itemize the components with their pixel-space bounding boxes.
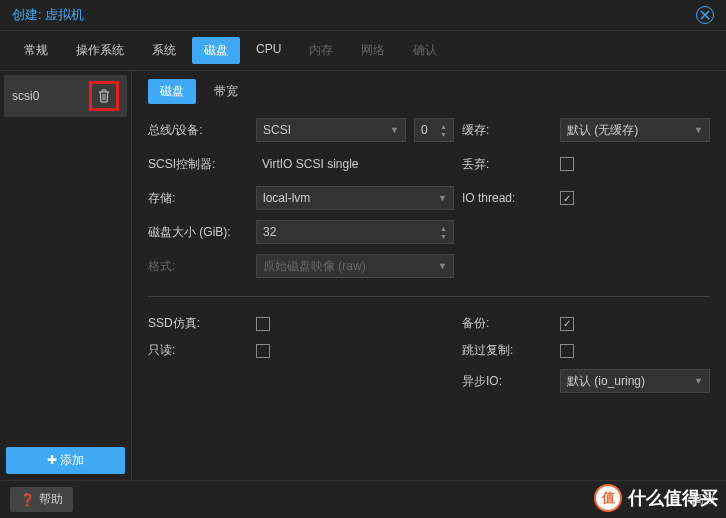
watermark-icon: 值: [594, 484, 622, 512]
skipreplication-checkbox[interactable]: [560, 344, 574, 358]
disk-item-label: scsi0: [12, 89, 39, 103]
add-disk-button[interactable]: ✚ 添加: [6, 447, 125, 474]
cache-label: 缓存:: [462, 122, 552, 139]
scsi-ctrl-label: SCSI控制器:: [148, 156, 248, 173]
chevron-down-icon: ▼: [438, 261, 447, 271]
scsi-ctrl-value: VirtIO SCSI single: [256, 152, 454, 176]
discard-checkbox[interactable]: [560, 157, 574, 171]
subtab-bandwidth[interactable]: 带宽: [202, 79, 250, 104]
readonly-checkbox[interactable]: [256, 344, 270, 358]
chevron-down-icon: ▼: [694, 376, 703, 386]
size-label: 磁盘大小 (GiB):: [148, 224, 248, 241]
dialog-title: 创建: 虚拟机: [12, 6, 84, 24]
chevron-down-icon: ▼: [390, 125, 399, 135]
watermark: 值 什么值得买: [594, 484, 718, 512]
asyncio-label: 异步IO:: [462, 373, 552, 390]
iothread-label: IO thread:: [462, 191, 552, 205]
readonly-label: 只读:: [148, 342, 248, 359]
close-button[interactable]: [696, 6, 714, 24]
format-select: 原始磁盘映像 (raw)▼: [256, 254, 454, 278]
asyncio-select[interactable]: 默认 (io_uring)▼: [560, 369, 710, 393]
help-icon: ❓: [20, 493, 35, 507]
backup-label: 备份:: [462, 315, 552, 332]
tab-confirm[interactable]: 确认: [401, 37, 449, 64]
tab-network[interactable]: 网络: [349, 37, 397, 64]
tab-memory[interactable]: 内存: [297, 37, 345, 64]
discard-label: 丢弃:: [462, 156, 552, 173]
bus-number-input[interactable]: 0▲▼: [414, 118, 454, 142]
size-input[interactable]: 32▲▼: [256, 220, 454, 244]
disk-list-item[interactable]: scsi0: [4, 75, 127, 117]
chevron-down-icon: ▼: [694, 125, 703, 135]
storage-label: 存储:: [148, 190, 248, 207]
ssd-checkbox[interactable]: [256, 317, 270, 331]
subtab-disk[interactable]: 磁盘: [148, 79, 196, 104]
chevron-down-icon: ▼: [438, 193, 447, 203]
help-button[interactable]: ❓ 帮助: [10, 487, 73, 512]
watermark-text: 什么值得买: [628, 486, 718, 510]
tab-system[interactable]: 系统: [140, 37, 188, 64]
tab-cpu[interactable]: CPU: [244, 37, 293, 64]
format-label: 格式:: [148, 258, 248, 275]
tab-os[interactable]: 操作系统: [64, 37, 136, 64]
plus-icon: ✚: [47, 453, 60, 467]
cache-select[interactable]: 默认 (无缓存)▼: [560, 118, 710, 142]
tab-general[interactable]: 常规: [12, 37, 60, 64]
trash-icon: [98, 89, 110, 103]
tab-disk[interactable]: 磁盘: [192, 37, 240, 64]
bus-label: 总线/设备:: [148, 122, 248, 139]
delete-disk-button[interactable]: [89, 81, 119, 111]
ssd-label: SSD仿真:: [148, 315, 248, 332]
storage-select[interactable]: local-lvm▼: [256, 186, 454, 210]
skipreplication-label: 跳过复制:: [462, 342, 552, 359]
backup-checkbox[interactable]: ✓: [560, 317, 574, 331]
bus-select[interactable]: SCSI▼: [256, 118, 406, 142]
main-tabs: 常规 操作系统 系统 磁盘 CPU 内存 网络 确认: [0, 31, 726, 71]
iothread-checkbox[interactable]: ✓: [560, 191, 574, 205]
